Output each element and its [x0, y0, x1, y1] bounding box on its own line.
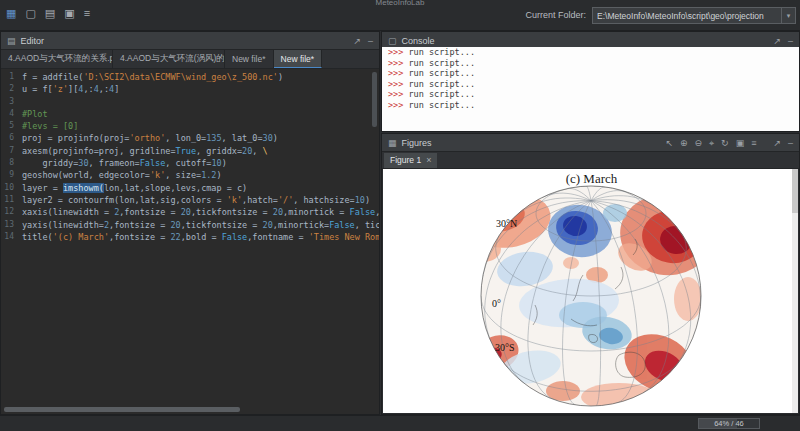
current-folder-value: E:\MeteoInfo\MeteoInfo\script\geo\projec…	[593, 11, 781, 21]
topbar-icons: ▦▢▤▣≡	[6, 6, 90, 20]
code-line: u = f['z'][4,:4,:4]	[22, 83, 379, 95]
line-number: 8	[1, 157, 14, 169]
editor-panel: ▤ Editor ↗– 4.AAOD与大气环流的关系.py4.AAOD与大气环流…	[0, 31, 380, 415]
code-line: #levs = [0]	[22, 120, 379, 132]
editor-tab[interactable]: 4.AAOD与大气环流(涡风)的关系.py	[113, 50, 225, 68]
line-number: 10	[1, 182, 14, 194]
console-line: >>> run script...	[388, 79, 799, 90]
meteoinfo-window: MeteoInfoLab ▦▢▤▣≡ Current Folder: E:\Me…	[0, 0, 800, 431]
line-number: 9	[1, 169, 14, 181]
topbar: MeteoInfoLab ▦▢▤▣≡ Current Folder: E:\Me…	[0, 0, 800, 31]
line-number: 13	[1, 219, 14, 231]
minimize-icon[interactable]: –	[788, 134, 793, 152]
lat-label: 0°	[492, 298, 501, 309]
line-number: 12	[1, 206, 14, 218]
editor-hscrollbar[interactable]	[4, 407, 240, 412]
pan-icon[interactable]: ⌖	[709, 134, 714, 152]
code-line: yaxis(linewidth=2,fontsize = 20,tickfont…	[22, 219, 379, 231]
editor-tabs: 4.AAOD与大气环流的关系.py4.AAOD与大气环流(涡风)的关系.pyNe…	[1, 50, 379, 69]
console-line: >>> run script...	[388, 100, 799, 111]
line-number: 11	[1, 194, 14, 206]
globe-plot	[383, 169, 798, 413]
code-line: title('(c) March',fontsize = 22,bold = F…	[22, 231, 379, 243]
lat-label: 30°S	[495, 342, 515, 353]
console-title: Console	[402, 36, 435, 46]
open-folder-icon[interactable]: ▤	[45, 6, 55, 20]
code-line: layer = imshowm(lon,lat,slope,levs,cmap …	[22, 182, 379, 194]
figure-tab[interactable]: Figure 1 ×	[384, 153, 437, 168]
line-number: 6	[1, 132, 14, 144]
line-number: 1	[1, 71, 14, 83]
zoom-out-icon[interactable]: ⊖	[694, 134, 702, 152]
identify-icon[interactable]: ▣	[736, 134, 745, 152]
settings-icon[interactable]: ≡	[751, 134, 756, 152]
console-line: >>> run script...	[388, 58, 799, 69]
editor-title: Editor	[21, 36, 45, 46]
line-number: 3	[1, 96, 14, 108]
editor-tab[interactable]: New file*	[225, 50, 274, 68]
console-panel: ▢ Console ↗– >>> run script...>>> run sc…	[381, 31, 800, 132]
figure-scroll-thumb[interactable]	[792, 169, 798, 213]
memory-indicator[interactable]: 64% / 46	[698, 418, 760, 429]
figures-toolbar: ↖⊕⊖⌖↻▣≡	[665, 134, 756, 152]
current-folder-combo[interactable]: E:\MeteoInfo\MeteoInfo\script\geo\projec…	[592, 7, 796, 24]
figure-plot-title: (c) March	[383, 171, 798, 187]
code-area[interactable]: f = addfile('D:\SCI2\data\ECMWF\wind_geo…	[17, 69, 379, 405]
layout-icon[interactable]: ≡	[84, 6, 90, 20]
figure-area[interactable]: (c) March	[383, 169, 798, 413]
console-line: >>> run script...	[388, 47, 799, 58]
zoom-in-icon[interactable]: ⊕	[680, 134, 688, 152]
app-window-icon[interactable]: ▦	[6, 6, 16, 20]
code-line: geoshow(world, edgecolor='k', size=1.2)	[22, 169, 379, 181]
editor-header[interactable]: ▤ Editor ↗–	[1, 32, 379, 50]
console-prompt: >>>	[388, 89, 408, 99]
console-prompt: >>>	[388, 47, 408, 57]
dropdown-arrow-icon[interactable]: ▾	[781, 8, 795, 23]
code-line: #Plot	[22, 108, 379, 120]
code-editor[interactable]: 1234567891011121314 f = addfile('D:\SCI2…	[1, 69, 379, 405]
line-number: 2	[1, 83, 14, 95]
line-number: 7	[1, 145, 14, 157]
line-number: 14	[1, 231, 14, 243]
figures-panel-controls: ↗–	[773, 134, 793, 152]
close-icon[interactable]: ×	[426, 155, 431, 165]
code-line: axesm(projinfo=proj, gridline=True, grid…	[22, 145, 379, 157]
editor-tab[interactable]: 4.AAOD与大气环流的关系.py	[1, 50, 113, 68]
code-line: xaxis(linewidth = 2,fontsize = 20,tickfo…	[22, 206, 379, 218]
console-icon: ▢	[388, 36, 397, 46]
code-line: f = addfile('D:\SCI2\data\ECMWF\wind_geo…	[22, 71, 379, 83]
lat-label: 30°N	[496, 218, 517, 229]
minimize-icon[interactable]: –	[368, 32, 373, 50]
code-line: proj = projinfo(proj='ortho', lon_0=135,…	[22, 132, 379, 144]
float-icon[interactable]: ↗	[773, 134, 781, 152]
code-line: layer2 = contourfm(lon,lat,sig,colors = …	[22, 194, 379, 206]
figures-title: Figures	[402, 138, 432, 148]
console-prompt: >>>	[388, 100, 408, 110]
float-icon[interactable]: ↗	[353, 32, 361, 50]
memory-text: 64% / 46	[699, 419, 759, 428]
statusbar: 64% / 46	[0, 415, 800, 431]
line-number-gutter: 1234567891011121314	[1, 69, 17, 405]
save-icon[interactable]: ▣	[64, 6, 74, 20]
editor-tab[interactable]: New file*	[274, 50, 323, 68]
console-line: >>> run script...	[388, 68, 799, 79]
rotate-icon[interactable]: ↻	[721, 134, 729, 152]
editor-vscrollbar[interactable]	[372, 72, 377, 127]
code-line	[22, 96, 379, 108]
line-number: 5	[1, 120, 14, 132]
console-prompt: >>>	[388, 58, 408, 68]
select-icon[interactable]: ↖	[665, 134, 673, 152]
code-line: griddy=30, frameon=False, cutoff=10)	[22, 157, 379, 169]
console-line: >>> run script...	[388, 89, 799, 100]
console-output[interactable]: >>> run script...>>> run script...>>> ru…	[382, 47, 799, 131]
figures-panel: ▦ Figures ↖⊕⊖⌖↻▣≡ ↗– Figure 1 × (c) Marc…	[381, 133, 800, 415]
editor-panel-controls: ↗–	[353, 32, 373, 50]
figures-header[interactable]: ▦ Figures ↖⊕⊖⌖↻▣≡ ↗–	[382, 134, 799, 152]
console-prompt: >>>	[388, 68, 408, 78]
figure-tab-bar: Figure 1 ×	[382, 152, 799, 169]
current-folder-label: Current Folder:	[525, 10, 586, 20]
new-file-icon[interactable]: ▢	[25, 6, 35, 20]
console-prompt: >>>	[388, 79, 408, 89]
editor-icon: ▤	[7, 36, 16, 46]
figure-vscrollbar[interactable]	[792, 169, 798, 413]
